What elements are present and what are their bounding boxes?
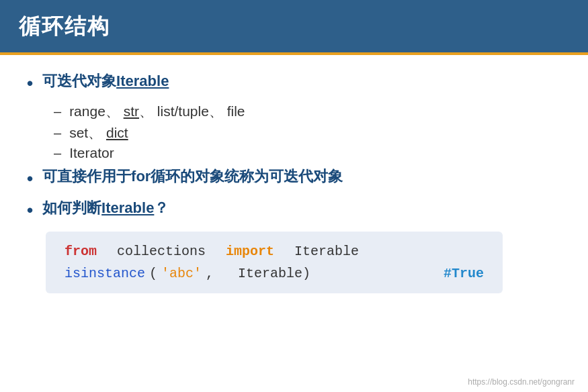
sub-item-1: – range、 str、 list/tuple、 file — [54, 102, 561, 121]
dash-3: – — [54, 146, 61, 161]
bullet-dot-1: • — [27, 71, 33, 95]
watermark-text: https://blog.csdn.net/gongranr — [468, 377, 575, 387]
iterable-link-1: Iterable — [116, 72, 169, 89]
keyword-from: from — [65, 244, 97, 259]
iterable-link-3: Iterable — [101, 199, 154, 216]
bullet-item-3: • 如何判断Iterable？ — [27, 198, 561, 222]
code-string-abc: 'abc' — [161, 266, 202, 281]
code-iterable-1: Iterable — [278, 244, 359, 259]
dash-2: – — [54, 126, 61, 141]
code-block: from collections import Iterable isinsta… — [46, 232, 503, 293]
slide-content: • 可迭代对象Iterable – range、 str、 list/tuple… — [0, 55, 588, 375]
code-line-2: isinstance ( 'abc' , Iterable) #True — [65, 266, 484, 281]
bullet-item-1: • 可迭代对象Iterable — [27, 71, 561, 95]
sub-item-3: – Iterator — [54, 145, 561, 161]
bullet-dot-3: • — [27, 198, 33, 222]
bullet-text-1: 可迭代对象Iterable — [42, 71, 169, 92]
dash-1: – — [54, 104, 61, 119]
sub-text-1: range、 str、 list/tuple、 file — [69, 102, 245, 121]
sub-text-3: Iterator — [69, 145, 114, 161]
code-paren-open: ( — [149, 266, 157, 281]
sub-item-2: – set、 dict — [54, 124, 561, 142]
bullet-dot-2: • — [27, 166, 33, 191]
bullet-text-3: 如何判断Iterable？ — [42, 198, 169, 219]
watermark: https://blog.csdn.net/gongranr — [0, 375, 588, 392]
bullet-text-2: 可直接作用于for循环的对象统称为可迭代对象 — [42, 166, 343, 187]
sub-text-2: set、 dict — [69, 124, 128, 142]
slide-title: 循环结构 — [19, 14, 110, 38]
dict-underline: dict — [106, 125, 128, 140]
code-comment-true: #True — [444, 266, 484, 281]
code-isinstance: isinstance — [65, 266, 145, 281]
code-line-1: from collections import Iterable — [65, 244, 484, 259]
code-comma-iterable: , Iterable) — [206, 266, 310, 281]
keyword-import: import — [226, 244, 274, 259]
bullet-item-2: • 可直接作用于for循环的对象统称为可迭代对象 — [27, 166, 561, 191]
sub-list-1: – range、 str、 list/tuple、 file – set、 di… — [54, 102, 561, 161]
slide-header: 循环结构 — [0, 0, 588, 55]
str-underline: str — [124, 103, 139, 119]
slide: 循环结构 • 可迭代对象Iterable – range、 str、 list/… — [0, 0, 588, 392]
code-collections: collections — [101, 244, 222, 259]
